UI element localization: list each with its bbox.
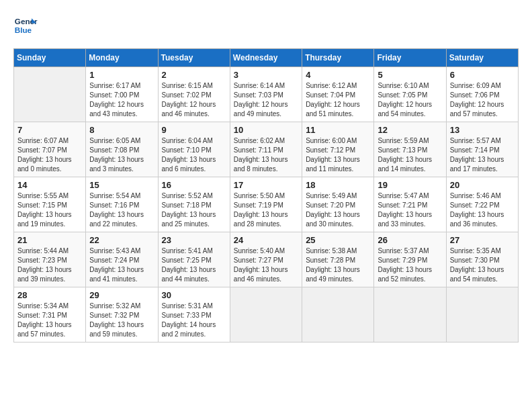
calendar-cell: 15Sunrise: 5:54 AMSunset: 7:16 PMDayligh… xyxy=(86,177,158,232)
svg-text:Blue: Blue xyxy=(15,26,32,34)
day-number: 7 xyxy=(17,125,82,135)
day-info: Sunrise: 5:32 AMSunset: 7:32 PMDaylight:… xyxy=(89,302,154,339)
calendar-table: SundayMondayTuesdayWednesdayThursdayFrid… xyxy=(13,48,519,342)
day-number: 27 xyxy=(450,235,515,245)
day-number: 10 xyxy=(234,125,298,135)
calendar-cell: 26Sunrise: 5:37 AMSunset: 7:29 PMDayligh… xyxy=(374,232,446,287)
day-number: 13 xyxy=(450,125,515,135)
day-number: 26 xyxy=(378,235,442,245)
calendar-week-row: 28Sunrise: 5:34 AMSunset: 7:31 PMDayligh… xyxy=(14,287,519,342)
calendar-cell xyxy=(302,287,374,342)
day-info: Sunrise: 6:05 AMSunset: 7:08 PMDaylight:… xyxy=(89,136,154,174)
day-info: Sunrise: 5:37 AMSunset: 7:29 PMDaylight:… xyxy=(378,246,442,284)
calendar-cell: 14Sunrise: 5:55 AMSunset: 7:15 PMDayligh… xyxy=(14,177,86,232)
day-info: Sunrise: 6:02 AMSunset: 7:11 PMDaylight:… xyxy=(234,136,298,174)
day-number: 22 xyxy=(89,235,154,245)
calendar-cell: 27Sunrise: 5:35 AMSunset: 7:30 PMDayligh… xyxy=(446,232,518,287)
calendar-cell xyxy=(446,287,518,342)
day-info: Sunrise: 5:55 AMSunset: 7:15 PMDaylight:… xyxy=(17,191,82,229)
weekday-header: Tuesday xyxy=(158,49,230,67)
calendar-cell: 13Sunrise: 5:57 AMSunset: 7:14 PMDayligh… xyxy=(446,122,518,177)
day-number: 11 xyxy=(306,125,370,135)
calendar-cell: 24Sunrise: 5:40 AMSunset: 7:27 PMDayligh… xyxy=(230,232,302,287)
day-info: Sunrise: 5:41 AMSunset: 7:25 PMDaylight:… xyxy=(162,246,226,284)
calendar-cell: 6Sunrise: 6:09 AMSunset: 7:06 PMDaylight… xyxy=(446,67,518,122)
day-info: Sunrise: 5:46 AMSunset: 7:22 PMDaylight:… xyxy=(450,191,515,229)
calendar-week-row: 14Sunrise: 5:55 AMSunset: 7:15 PMDayligh… xyxy=(14,177,519,232)
day-number: 20 xyxy=(450,180,515,190)
day-info: Sunrise: 5:57 AMSunset: 7:14 PMDaylight:… xyxy=(450,136,515,174)
day-number: 25 xyxy=(306,235,370,245)
day-number: 4 xyxy=(306,70,370,80)
day-info: Sunrise: 6:07 AMSunset: 7:07 PMDaylight:… xyxy=(17,136,82,174)
calendar-cell: 1Sunrise: 6:17 AMSunset: 7:00 PMDaylight… xyxy=(86,67,158,122)
day-number: 8 xyxy=(89,125,154,135)
day-number: 2 xyxy=(162,70,226,80)
calendar-cell: 28Sunrise: 5:34 AMSunset: 7:31 PMDayligh… xyxy=(14,287,86,342)
day-number: 9 xyxy=(162,125,226,135)
day-info: Sunrise: 6:09 AMSunset: 7:06 PMDaylight:… xyxy=(450,81,515,119)
calendar-cell: 19Sunrise: 5:47 AMSunset: 7:21 PMDayligh… xyxy=(374,177,446,232)
day-number: 5 xyxy=(378,70,442,80)
calendar-cell xyxy=(230,287,302,342)
calendar-cell: 20Sunrise: 5:46 AMSunset: 7:22 PMDayligh… xyxy=(446,177,518,232)
day-number: 18 xyxy=(306,180,370,190)
day-info: Sunrise: 5:44 AMSunset: 7:23 PMDaylight:… xyxy=(17,246,82,284)
day-number: 19 xyxy=(378,180,442,190)
day-info: Sunrise: 5:59 AMSunset: 7:13 PMDaylight:… xyxy=(378,136,442,174)
calendar-week-row: 21Sunrise: 5:44 AMSunset: 7:23 PMDayligh… xyxy=(14,232,519,287)
day-number: 21 xyxy=(17,235,82,245)
day-info: Sunrise: 5:43 AMSunset: 7:24 PMDaylight:… xyxy=(89,246,154,284)
calendar-cell: 9Sunrise: 6:04 AMSunset: 7:10 PMDaylight… xyxy=(158,122,230,177)
calendar-cell: 16Sunrise: 5:52 AMSunset: 7:18 PMDayligh… xyxy=(158,177,230,232)
weekday-header: Sunday xyxy=(14,49,86,67)
calendar-cell: 2Sunrise: 6:15 AMSunset: 7:02 PMDaylight… xyxy=(158,67,230,122)
calendar-cell: 3Sunrise: 6:14 AMSunset: 7:03 PMDaylight… xyxy=(230,67,302,122)
day-info: Sunrise: 6:10 AMSunset: 7:05 PMDaylight:… xyxy=(378,81,442,119)
calendar-cell: 12Sunrise: 5:59 AMSunset: 7:13 PMDayligh… xyxy=(374,122,446,177)
calendar-cell: 23Sunrise: 5:41 AMSunset: 7:25 PMDayligh… xyxy=(158,232,230,287)
calendar-cell: 4Sunrise: 6:12 AMSunset: 7:04 PMDaylight… xyxy=(302,67,374,122)
day-info: Sunrise: 5:50 AMSunset: 7:19 PMDaylight:… xyxy=(234,191,298,229)
day-info: Sunrise: 5:40 AMSunset: 7:27 PMDaylight:… xyxy=(234,246,298,284)
calendar-cell: 18Sunrise: 5:49 AMSunset: 7:20 PMDayligh… xyxy=(302,177,374,232)
day-info: Sunrise: 6:04 AMSunset: 7:10 PMDaylight:… xyxy=(162,136,226,174)
calendar-cell: 22Sunrise: 5:43 AMSunset: 7:24 PMDayligh… xyxy=(86,232,158,287)
calendar-cell: 29Sunrise: 5:32 AMSunset: 7:32 PMDayligh… xyxy=(86,287,158,342)
calendar-week-row: 1Sunrise: 6:17 AMSunset: 7:00 PMDaylight… xyxy=(14,67,519,122)
weekday-header: Monday xyxy=(86,49,158,67)
day-info: Sunrise: 5:34 AMSunset: 7:31 PMDaylight:… xyxy=(17,302,82,339)
day-number: 12 xyxy=(378,125,442,135)
calendar-cell: 25Sunrise: 5:38 AMSunset: 7:28 PMDayligh… xyxy=(302,232,374,287)
page-header: General Blue xyxy=(13,13,519,38)
calendar-body: 1Sunrise: 6:17 AMSunset: 7:00 PMDaylight… xyxy=(14,67,519,342)
day-info: Sunrise: 5:52 AMSunset: 7:18 PMDaylight:… xyxy=(162,191,226,229)
weekday-header: Wednesday xyxy=(230,49,302,67)
day-info: Sunrise: 5:31 AMSunset: 7:33 PMDaylight:… xyxy=(162,302,226,339)
day-info: Sunrise: 5:54 AMSunset: 7:16 PMDaylight:… xyxy=(89,191,154,229)
day-info: Sunrise: 6:17 AMSunset: 7:00 PMDaylight:… xyxy=(89,81,154,119)
calendar-cell: 7Sunrise: 6:07 AMSunset: 7:07 PMDaylight… xyxy=(14,122,86,177)
calendar-cell: 8Sunrise: 6:05 AMSunset: 7:08 PMDaylight… xyxy=(86,122,158,177)
day-info: Sunrise: 6:00 AMSunset: 7:12 PMDaylight:… xyxy=(306,136,370,174)
weekday-header: Thursday xyxy=(302,49,374,67)
day-number: 29 xyxy=(89,290,154,300)
day-number: 17 xyxy=(234,180,298,190)
calendar-cell: 21Sunrise: 5:44 AMSunset: 7:23 PMDayligh… xyxy=(14,232,86,287)
day-info: Sunrise: 5:38 AMSunset: 7:28 PMDaylight:… xyxy=(306,246,370,284)
calendar-cell: 11Sunrise: 6:00 AMSunset: 7:12 PMDayligh… xyxy=(302,122,374,177)
day-number: 15 xyxy=(89,180,154,190)
day-number: 1 xyxy=(89,70,154,80)
calendar-header-row: SundayMondayTuesdayWednesdayThursdayFrid… xyxy=(14,49,519,67)
day-info: Sunrise: 6:14 AMSunset: 7:03 PMDaylight:… xyxy=(234,81,298,119)
day-info: Sunrise: 5:47 AMSunset: 7:21 PMDaylight:… xyxy=(378,191,442,229)
calendar-cell xyxy=(374,287,446,342)
calendar-week-row: 7Sunrise: 6:07 AMSunset: 7:07 PMDaylight… xyxy=(14,122,519,177)
weekday-header: Saturday xyxy=(446,49,518,67)
day-info: Sunrise: 5:49 AMSunset: 7:20 PMDaylight:… xyxy=(306,191,370,229)
calendar-cell xyxy=(14,67,86,122)
calendar-cell: 17Sunrise: 5:50 AMSunset: 7:19 PMDayligh… xyxy=(230,177,302,232)
day-number: 6 xyxy=(450,70,515,80)
calendar-cell: 10Sunrise: 6:02 AMSunset: 7:11 PMDayligh… xyxy=(230,122,302,177)
calendar-cell: 30Sunrise: 5:31 AMSunset: 7:33 PMDayligh… xyxy=(158,287,230,342)
